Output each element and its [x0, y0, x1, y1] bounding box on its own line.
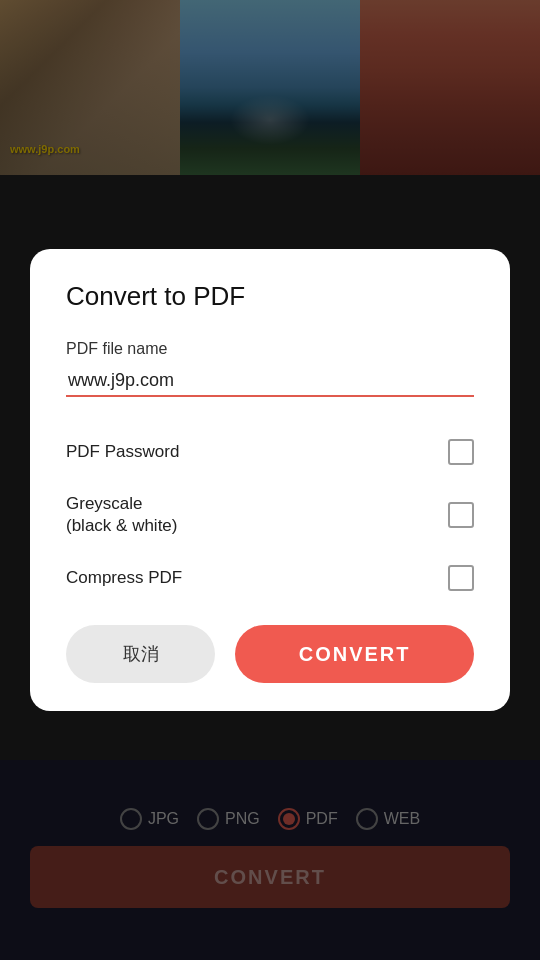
option-greyscale-label: Greyscale(black & white) [66, 493, 177, 537]
option-compress-label: Compress PDF [66, 567, 182, 589]
dialog-title: Convert to PDF [66, 281, 474, 312]
filename-input-wrapper [66, 366, 474, 397]
option-password-label: PDF Password [66, 441, 179, 463]
cancel-label: 取消 [123, 642, 159, 666]
option-greyscale-checkbox[interactable] [448, 502, 474, 528]
option-password-row: PDF Password [66, 425, 474, 479]
option-password-checkbox[interactable] [448, 439, 474, 465]
option-compress-checkbox[interactable] [448, 565, 474, 591]
filename-label: PDF file name [66, 340, 474, 358]
option-greyscale-row: Greyscale(black & white) [66, 479, 474, 551]
dialog-actions: 取消 CONVERT [66, 625, 474, 683]
option-compress-row: Compress PDF [66, 551, 474, 605]
filename-input[interactable] [66, 366, 474, 397]
convert-label: CONVERT [299, 643, 411, 666]
modal-overlay: Convert to PDF PDF file name PDF Passwor… [0, 0, 540, 960]
cancel-button[interactable]: 取消 [66, 625, 215, 683]
convert-dialog: Convert to PDF PDF file name PDF Passwor… [30, 249, 510, 711]
convert-button[interactable]: CONVERT [235, 625, 474, 683]
